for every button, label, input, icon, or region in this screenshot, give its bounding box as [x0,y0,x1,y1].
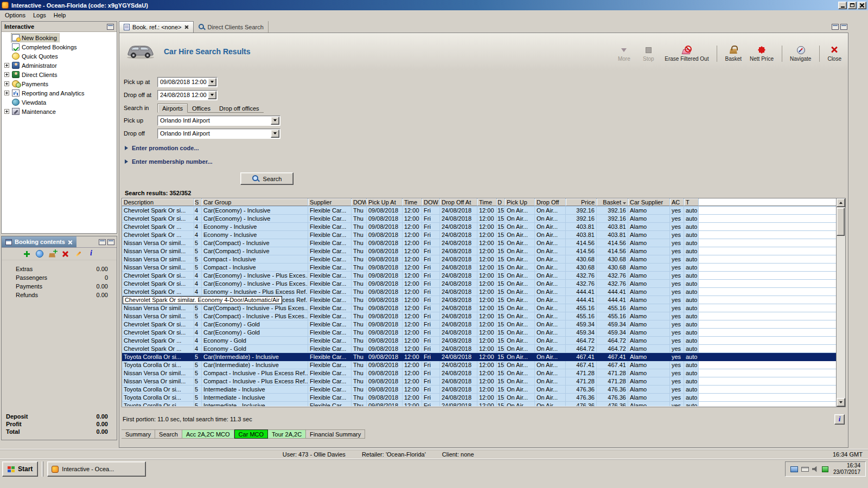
section-tab[interactable]: Car MCO [234,429,268,439]
section-tab[interactable]: Financial Summary [306,429,365,439]
device-icon[interactable] [822,466,828,472]
maximize-editor-icon[interactable] [840,24,847,30]
result-row[interactable]: Toyota Corolla Or si...5Car(Intermediate… [122,353,836,361]
booking-contents-row[interactable]: Refunds 0.00 [2,291,117,299]
column-header[interactable]: Time [477,198,497,206]
info-button[interactable]: i [834,414,845,425]
expand-plus-icon[interactable] [4,81,9,86]
taskbar-app-button[interactable]: Interactive - Ocea... [47,461,146,477]
result-row[interactable]: Nissan Versa Or simil...5Car(Compact) - … [122,312,836,320]
editor-tab[interactable]: Direct Clients Search [194,21,269,33]
column-header[interactable]: Drop Off [535,198,566,206]
result-row[interactable]: Nissan Versa Or simil...5Car(Compact) - … [122,304,836,312]
maximize-button[interactable] [848,2,857,9]
toolbar-button[interactable]: Close [819,46,841,62]
editor-tab[interactable]: Book. ref.: <none> [119,21,194,33]
menu-item[interactable]: Logs [29,11,50,19]
booking-contents-tab[interactable]: Booking contents [2,236,76,247]
booking-contents-row[interactable]: Extras 0.00 [2,265,117,273]
minimize-button[interactable] [838,2,847,9]
result-row[interactable]: Nissan Versa Or simil...5Compact - Inclu… [122,255,836,264]
sidebar-item[interactable]: Viewdata [2,98,117,107]
promotion-code-expander[interactable]: Enter promotion code... [124,144,844,152]
result-row[interactable]: Chevrolet Spark Or ...4Economy - Inclusi… [122,231,836,239]
membership-number-expander[interactable]: Enter membership number... [124,157,844,166]
expand-plus-icon[interactable] [4,109,9,114]
menu-item[interactable]: Help [50,11,70,19]
result-row[interactable]: Toyota Corolla Or si...5Intermediate - I… [122,402,836,406]
column-header[interactable]: DOW [352,198,367,206]
result-row[interactable]: Chevrolet Spark Or si...4Car(Economy) - … [122,207,836,215]
dropoff-at-field[interactable]: 24/08/2018 12:00 [157,90,218,100]
network-icon[interactable] [790,466,798,472]
column-header[interactable]: Car Supplier [628,198,670,206]
pickup-location-select[interactable]: Orlando Intl Airport [157,115,280,126]
section-tab[interactable]: Tour 2A,2C [268,429,306,439]
column-header[interactable]: Car Group [202,198,308,206]
section-tab[interactable]: Summary [122,429,155,439]
column-header[interactable]: Basket [597,198,628,206]
maximize-view-icon[interactable] [107,239,114,245]
result-row[interactable]: Chevrolet Spark Or ...4Economy - Inclusi… [122,223,836,231]
booking-contents-row[interactable]: Payments 0.00 [2,282,117,291]
toolbar-button[interactable]: Basket [717,46,742,62]
column-header[interactable]: D [497,198,505,206]
section-tab[interactable]: Search [155,429,182,439]
column-header[interactable]: Supplier [308,198,352,206]
sidebar-item[interactable]: New Booking [2,33,117,42]
toolbar-button[interactable]: Stop [640,46,656,62]
result-row[interactable]: Chevrolet Spark Or ...4Economy - Inclusi… [122,288,836,296]
minimize-editor-icon[interactable] [832,24,839,30]
toolbar-button[interactable]: Erase Filtered Out [665,46,709,62]
result-row[interactable]: Nissan Versa Or simil...5Car(Compact) - … [122,247,836,255]
column-header[interactable]: Pick Up At [367,198,403,206]
result-row[interactable]: Toyota Corolla Or si...5Intermediate - I… [122,394,836,402]
sidebar-item[interactable]: Quick Quotes [2,52,117,61]
scrollbar-thumb[interactable] [837,208,845,236]
result-row[interactable]: Chevrolet Spark Or si...4Car(Economy) - … [122,329,836,337]
result-row[interactable]: Toyota Corolla Or si...5Car(Intermediate… [122,361,836,369]
column-header[interactable]: Drop Off At [440,198,477,206]
toolbar-button[interactable]: More [616,46,632,62]
result-row[interactable]: Chevrolet Spark Or si...4Car(Economy) - … [122,215,836,223]
expand-plus-icon[interactable] [4,63,9,68]
scrollbar-track[interactable] [837,207,845,398]
sidebar-item[interactable]: Payments [2,79,117,88]
result-row[interactable]: Nissan Versa Or simil...5Compact - Inclu… [122,264,836,272]
pickup-at-field[interactable]: 09/08/2018 12:00 [157,77,218,87]
column-header[interactable]: S [194,198,202,206]
collapse-panel-icon[interactable] [107,24,114,30]
expand-plus-icon[interactable] [4,72,9,77]
column-header[interactable]: Time [403,198,422,206]
result-row[interactable]: Nissan Versa Or simil...5Car(Compact) - … [122,239,836,247]
result-row[interactable]: Chevrolet Spark Or ...4Economy - GoldFle… [122,345,836,353]
sidebar-item[interactable]: Completed Bookings [2,42,117,52]
booking-contents-row[interactable]: Passengers 0 [2,273,117,282]
scroll-down-icon[interactable] [837,398,845,407]
sidebar-item[interactable]: Administrator [2,61,117,70]
search-button[interactable]: Search [240,172,293,185]
close-view-icon[interactable] [68,240,73,245]
pickup-dropdown-icon[interactable] [271,117,279,125]
result-row[interactable]: Chevrolet Spark Or si...4Car(Economy) - … [122,272,836,280]
add-to-basket-icon[interactable] [48,250,56,258]
column-header[interactable]: Price [566,198,597,206]
tab-close-icon[interactable] [184,25,189,29]
toolbar-button[interactable]: Navigate [782,46,811,62]
search-in-tab[interactable]: Offices [188,104,215,112]
column-header[interactable]: T [684,198,699,206]
dropoff-location-select[interactable]: Orlando Intl Airport [157,129,280,139]
minimize-view-icon[interactable] [99,239,106,245]
sidebar-item[interactable]: Maintenance [2,107,117,116]
info-icon[interactable] [87,250,95,258]
result-row[interactable]: Nissan Versa Or simil...5Compact - Inclu… [122,377,836,386]
toolbar-button[interactable]: Nett Price [750,46,774,62]
pickup-at-dropdown-icon[interactable] [208,78,216,86]
globe-icon[interactable] [36,250,43,258]
delete-icon[interactable] [61,250,69,258]
vertical-scrollbar[interactable] [836,198,845,407]
search-in-tab[interactable]: Airports [157,104,188,113]
volume-icon[interactable] [812,466,819,472]
expand-plus-icon[interactable] [4,91,9,95]
menu-item[interactable]: Options [1,11,29,19]
